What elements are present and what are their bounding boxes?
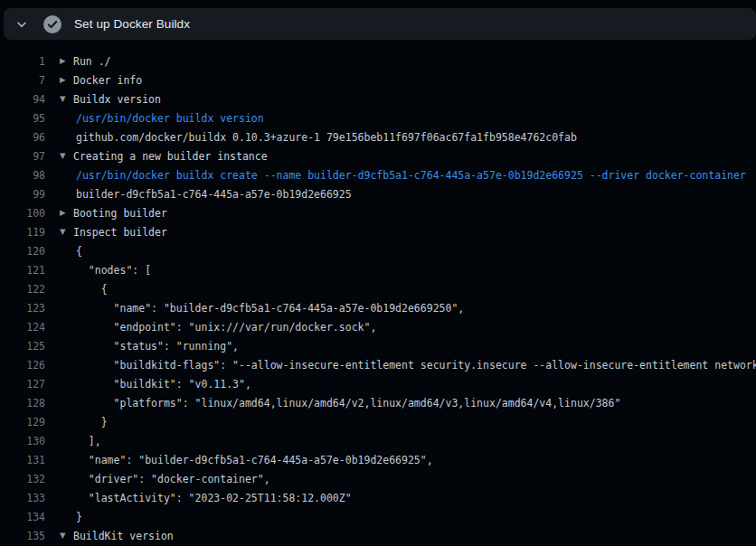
actions-log-viewer: Set up Docker Buildx 1▶Run ./7▶Docker in… [0, 0, 756, 546]
log-output-text: { [76, 245, 82, 258]
log-line: 127 "buildkit": "v0.11.3", [0, 374, 756, 393]
log-output-text: ], [76, 435, 101, 447]
log-line: 131 "name": "builder-d9cfb5a1-c764-445a-… [0, 450, 756, 469]
log-output-text: "name": "builder-d9cfb5a1-c764-445a-a57e… [76, 454, 433, 466]
line-number[interactable]: 135 [0, 530, 45, 542]
line-number[interactable]: 127 [0, 378, 45, 391]
log-line: 95/usr/bin/docker buildx version [0, 108, 756, 127]
log-output-text: "buildkitd-flags": "--allow-insecure-ent… [76, 359, 756, 372]
triangle-right-icon[interactable]: ▶ [60, 209, 68, 217]
log-line: 119▼Inspect builder [0, 222, 756, 241]
log-group-title[interactable]: BuildKit version [73, 530, 174, 542]
log-line: 132 "driver": "docker-container", [0, 469, 756, 488]
log-line: 129 } [0, 412, 756, 431]
line-number[interactable]: 96 [0, 131, 45, 144]
log-output-text: } [76, 511, 82, 523]
log-command-text: /usr/bin/docker buildx version [76, 112, 264, 125]
log-output-text: "nodes": [ [76, 264, 151, 277]
line-number[interactable]: 121 [0, 264, 45, 277]
log-line: 99builder-d9cfb5a1-c764-445a-a57e-0b19d2… [0, 184, 756, 203]
log-group-title[interactable]: Booting builder [73, 207, 167, 220]
line-number[interactable]: 98 [0, 169, 45, 182]
log-line: 121 "nodes": [ [0, 260, 756, 279]
log-output-text: "driver": "docker-container", [76, 473, 270, 485]
log-line: 120{ [0, 241, 756, 260]
log-line: 134} [0, 507, 756, 526]
log-line: 100▶Booting builder [0, 203, 756, 222]
log-group-title[interactable]: Buildx version [73, 93, 161, 106]
log-group-title[interactable]: Run ./ [73, 55, 111, 68]
chevron-down-icon[interactable] [14, 17, 29, 32]
log-output-text: "status": "running", [76, 340, 239, 353]
line-number[interactable]: 129 [0, 416, 45, 428]
log-group-title[interactable]: Creating a new builder instance [73, 150, 268, 163]
log-line: 133 "lastActivity": "2023-02-25T11:58:12… [0, 488, 756, 507]
line-number[interactable]: 94 [0, 93, 45, 106]
line-number[interactable]: 99 [0, 188, 45, 201]
line-number[interactable]: 1 [0, 55, 45, 68]
log-line: 123 "name": "builder-d9cfb5a1-c764-445a-… [0, 298, 756, 317]
log-line: 126 "buildkitd-flags": "--allow-insecure… [0, 355, 756, 374]
line-number[interactable]: 95 [0, 112, 45, 125]
triangle-down-icon[interactable]: ▼ [60, 532, 68, 540]
log-line: 96github.com/docker/buildx 0.10.3+azure-… [0, 127, 756, 146]
log-output-text: "endpoint": "unix:///var/run/docker.sock… [76, 321, 376, 334]
line-number[interactable]: 132 [0, 473, 45, 485]
triangle-down-icon[interactable]: ▼ [60, 228, 68, 236]
log-line: 125 "status": "running", [0, 336, 756, 355]
line-number[interactable]: 123 [0, 302, 45, 315]
step-title: Set up Docker Buildx [74, 17, 190, 31]
log-area: 1▶Run ./7▶Docker info94▼Buildx version95… [0, 52, 756, 546]
log-line: 135▼BuildKit version [0, 526, 756, 545]
log-output-text: } [76, 416, 108, 428]
log-line: 130 ], [0, 431, 756, 450]
line-number[interactable]: 124 [0, 321, 45, 334]
log-group-title[interactable]: Docker info [73, 74, 142, 87]
step-header[interactable]: Set up Docker Buildx [4, 8, 756, 40]
line-number[interactable]: 125 [0, 340, 45, 353]
line-number[interactable]: 130 [0, 435, 45, 447]
line-number[interactable]: 119 [0, 226, 45, 239]
log-output-text: "buildkit": "v0.11.3", [76, 378, 251, 391]
triangle-down-icon[interactable]: ▼ [60, 152, 68, 160]
log-line: 1▶Run ./ [0, 52, 756, 71]
line-number[interactable]: 100 [0, 207, 45, 220]
log-line: 128 "platforms": "linux/amd64,linux/amd6… [0, 393, 756, 412]
line-number[interactable]: 7 [0, 74, 45, 87]
line-number[interactable]: 131 [0, 454, 45, 466]
log-command-text: /usr/bin/docker buildx create --name bui… [76, 169, 746, 182]
log-output-text: "platforms": "linux/amd64,linux/amd64/v2… [76, 397, 620, 410]
log-output-text: github.com/docker/buildx 0.10.3+azure-1 … [76, 131, 577, 144]
log-output-text: { [76, 283, 108, 296]
line-number[interactable]: 97 [0, 150, 45, 163]
log-output-text: "name": "builder-d9cfb5a1-c764-445a-a57e… [76, 302, 464, 315]
log-line: 98/usr/bin/docker buildx create --name b… [0, 165, 756, 184]
line-number[interactable]: 133 [0, 492, 45, 504]
check-circle-icon [43, 15, 61, 33]
log-group-title[interactable]: Inspect builder [73, 226, 167, 239]
log-line: 94▼Buildx version [0, 89, 756, 108]
triangle-right-icon[interactable]: ▶ [60, 57, 68, 65]
log-output-text: "lastActivity": "2023-02-25T11:58:12.000… [76, 492, 352, 504]
triangle-down-icon[interactable]: ▼ [60, 95, 68, 103]
line-number[interactable]: 126 [0, 359, 45, 372]
log-line: 7▶Docker info [0, 71, 756, 89]
log-output-text: builder-d9cfb5a1-c764-445a-a57e-0b19d2e6… [76, 188, 352, 201]
line-number[interactable]: 134 [0, 511, 45, 523]
log-line: 124 "endpoint": "unix:///var/run/docker.… [0, 317, 756, 336]
log-line: 122 { [0, 279, 756, 298]
log-line: 97▼Creating a new builder instance [0, 146, 756, 165]
triangle-right-icon[interactable]: ▶ [60, 76, 68, 84]
line-number[interactable]: 128 [0, 397, 45, 410]
line-number[interactable]: 122 [0, 283, 45, 296]
line-number[interactable]: 120 [0, 245, 45, 258]
